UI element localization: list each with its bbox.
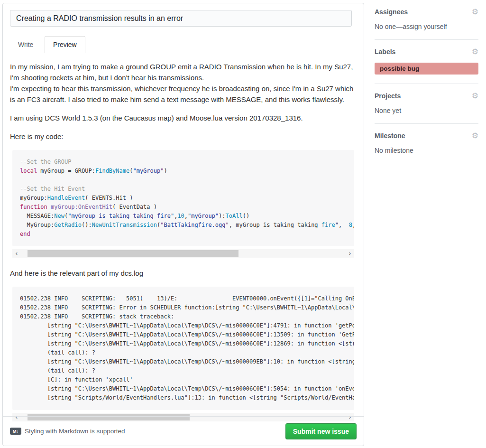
markdown-icon: M↓	[10, 428, 21, 435]
issue-body-paragraph: In my mission, I am trying to make a gro…	[10, 62, 357, 105]
assignees-heading: Assignees	[375, 8, 408, 16]
code-block-pre: --Set the GROUPlocal myGroup = GROUP:Fin…	[12, 150, 354, 246]
issue-footer: M↓ Styling with Markdown is supported Su…	[3, 416, 364, 446]
code-block-hscrollbar[interactable]: ‹ ›	[12, 249, 354, 258]
label-possible-bug[interactable]: possible bug	[375, 63, 478, 75]
gear-icon[interactable]: ⚙	[472, 9, 478, 15]
preview-content: In my mission, I am trying to make a gro…	[3, 52, 364, 421]
sidebar-section-assignees: Assignees ⚙ No one—assign yourself	[375, 0, 478, 40]
gear-icon[interactable]: ⚙	[472, 132, 478, 139]
labels-heading: Labels	[375, 48, 395, 56]
log-block-pre: 01502.238 INFO SCRIPTING: 5051( 13)/E: E…	[12, 287, 354, 410]
tab-preview[interactable]: Preview	[45, 36, 85, 53]
issue-body-paragraph: I am using DCS World 1.5.3 (on the Cauca…	[10, 113, 357, 124]
submit-new-issue-button[interactable]: Submit new issue	[285, 423, 357, 439]
scrollbar-track[interactable]	[21, 249, 346, 258]
issue-title-input[interactable]	[10, 10, 352, 27]
milestone-value: No milestone	[375, 147, 478, 154]
milestone-heading: Milestone	[375, 132, 405, 140]
markdown-supported-note[interactable]: M↓ Styling with Markdown is supported	[10, 428, 125, 435]
scroll-right-icon[interactable]: ›	[346, 249, 354, 258]
issue-sidebar: Assignees ⚙ No one—assign yourself Label…	[375, 0, 478, 163]
tab-write[interactable]: Write	[10, 37, 41, 53]
projects-value: None yet	[375, 107, 478, 114]
gear-icon[interactable]: ⚙	[472, 93, 478, 99]
markdown-note-label: Styling with Markdown is supported	[25, 428, 125, 435]
issue-body-paragraph: Here is my code:	[10, 131, 357, 142]
new-issue-panel: Write Preview In my mission, I am trying…	[2, 3, 364, 446]
paragraph-text: In my mission, I am trying to make a gro…	[10, 63, 353, 82]
issue-body-paragraph: And here is the relevant part of my dcs.…	[10, 268, 357, 279]
sidebar-section-milestone: Milestone ⚙ No milestone	[375, 124, 478, 163]
assignees-value[interactable]: No one—assign yourself	[375, 23, 478, 30]
scroll-left-icon[interactable]: ‹	[12, 249, 21, 258]
sidebar-section-projects: Projects ⚙ None yet	[375, 84, 478, 124]
scrollbar-thumb[interactable]	[28, 250, 238, 257]
paragraph-text: I'm expecting to hear this transmission,…	[10, 84, 353, 103]
gear-icon[interactable]: ⚙	[472, 48, 478, 55]
sidebar-section-labels: Labels ⚙ possible bug	[375, 40, 478, 84]
write-preview-tabnav: Write Preview	[3, 36, 364, 52]
projects-heading: Projects	[375, 92, 401, 100]
